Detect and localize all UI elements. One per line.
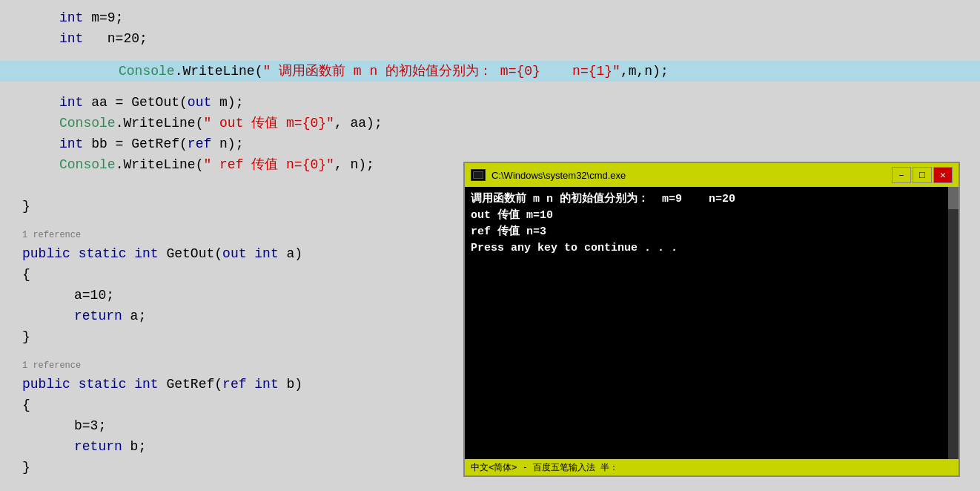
class-name: Console [119,62,175,81]
cmd-footer: 中文<简体> - 百度五笔输入法 半： [465,459,959,475]
code-line: Console.WriteLine(" out 传值 m={0}", aa); [0,113,980,134]
cmd-body: 调用函数前 m n 的初始值分别为： m=9 n=20 out 传值 m=10 … [465,187,959,459]
blank-line [0,82,980,92]
cmd-icon [471,169,486,181]
close-button[interactable]: ✕ [933,167,953,183]
code-line: int m=9; [0,7,980,28]
cmd-output-line2: out 传值 m=10 [471,208,953,224]
cmd-title-left: C:\Windows\system32\cmd.exe [471,169,626,181]
cmd-titlebar: C:\Windows\system32\cmd.exe – □ ✕ [465,163,959,187]
keyword: int [59,8,83,27]
code-line: int aa = GetOut(out m); [0,92,980,113]
code-line: int bb = GetRef(ref n); [0,134,980,154]
minimize-button[interactable]: – [892,167,911,183]
cmd-output-line1: 调用函数前 m n 的初始值分别为： m=9 n=20 [471,191,953,208]
cmd-scrollbar[interactable] [948,187,959,459]
blank-line [0,49,980,61]
cmd-window[interactable]: C:\Windows\system32\cmd.exe – □ ✕ 调用函数前 … [463,162,960,477]
code-line: int n=20; [0,28,980,49]
cmd-output-line3: ref 传值 n=3 [471,224,953,240]
cmd-output-line4: Press any key to continue . . . [471,240,953,257]
maximize-button[interactable]: □ [913,167,932,183]
keyword: int [59,29,83,48]
highlighted-line: Console.WriteLine(" 调用函数前 m n 的初始值分别为： m… [0,61,980,82]
cmd-scroll-thumb[interactable] [948,187,959,209]
cmd-title-text: C:\Windows\system32\cmd.exe [491,170,626,181]
cmd-icon-inner [473,171,483,179]
code-editor: int m=9; int n=20; Console.WriteLine(" 调… [0,0,980,491]
cmd-controls[interactable]: – □ ✕ [892,167,953,183]
